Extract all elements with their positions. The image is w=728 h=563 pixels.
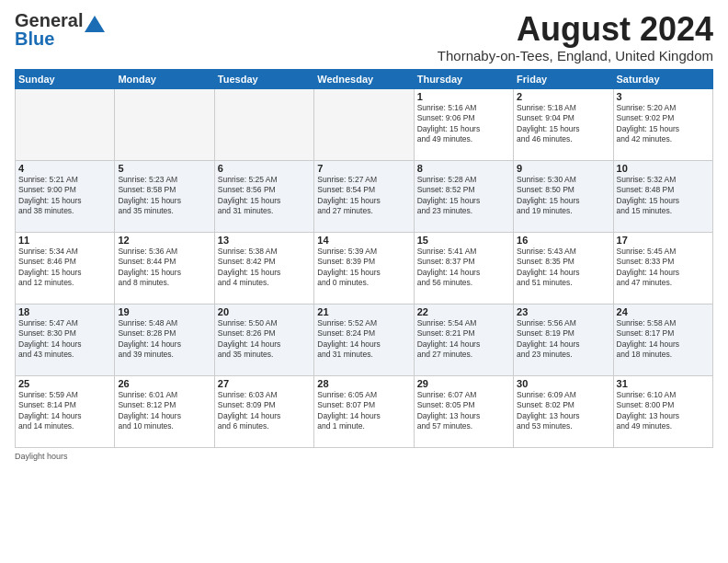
day-info: Sunrise: 5:18 AM Sunset: 9:04 PM Dayligh… [517, 103, 609, 145]
day-info: Sunrise: 5:21 AM Sunset: 9:00 PM Dayligh… [18, 175, 111, 217]
day-info: Sunrise: 5:43 AM Sunset: 8:35 PM Dayligh… [517, 247, 609, 289]
header-saturday: Saturday [613, 69, 712, 88]
day-number: 31 [617, 378, 710, 389]
day-info: Sunrise: 5:41 AM Sunset: 8:37 PM Dayligh… [417, 247, 510, 289]
day-info: Sunrise: 6:09 AM Sunset: 8:02 PM Dayligh… [517, 390, 609, 432]
day-info: Sunrise: 5:45 AM Sunset: 8:33 PM Dayligh… [617, 247, 710, 289]
day-number: 2 [517, 91, 609, 102]
table-row [115, 88, 214, 160]
day-info: Sunrise: 6:01 AM Sunset: 8:12 PM Dayligh… [118, 390, 210, 432]
table-row: 7Sunrise: 5:27 AM Sunset: 8:54 PM Daylig… [314, 160, 414, 232]
day-number: 1 [417, 91, 510, 102]
svg-marker-0 [85, 16, 105, 32]
day-number: 7 [317, 163, 410, 174]
day-info: Sunrise: 5:28 AM Sunset: 8:52 PM Dayligh… [417, 175, 510, 217]
day-info: Sunrise: 5:38 AM Sunset: 8:42 PM Dayligh… [218, 247, 311, 289]
day-info: Sunrise: 5:58 AM Sunset: 8:17 PM Dayligh… [617, 318, 710, 361]
day-number: 21 [317, 306, 410, 317]
day-number: 24 [617, 306, 710, 317]
logo-general: General [15, 11, 83, 29]
day-number: 25 [18, 378, 111, 389]
table-row: 25Sunrise: 5:59 AM Sunset: 8:14 PM Dayli… [16, 375, 115, 447]
table-row: 16Sunrise: 5:43 AM Sunset: 8:35 PM Dayli… [514, 232, 613, 304]
title-block: August 2024 Thornaby-on-Tees, England, U… [438, 11, 713, 63]
table-row: 31Sunrise: 6:10 AM Sunset: 8:00 PM Dayli… [613, 375, 712, 447]
day-number: 4 [18, 163, 111, 174]
day-number: 15 [417, 235, 510, 246]
day-number: 29 [417, 378, 510, 389]
day-number: 16 [517, 235, 609, 246]
table-row [314, 88, 414, 160]
table-row: 27Sunrise: 6:03 AM Sunset: 8:09 PM Dayli… [214, 375, 313, 447]
day-number: 13 [218, 235, 311, 246]
day-number: 9 [517, 163, 609, 174]
day-info: Sunrise: 5:20 AM Sunset: 9:02 PM Dayligh… [617, 103, 710, 145]
day-info: Sunrise: 6:10 AM Sunset: 8:00 PM Dayligh… [617, 390, 710, 432]
header-monday: Monday [115, 69, 214, 88]
table-row: 3Sunrise: 5:20 AM Sunset: 9:02 PM Daylig… [613, 88, 712, 160]
day-info: Sunrise: 6:07 AM Sunset: 8:05 PM Dayligh… [417, 390, 510, 432]
weekday-header-row: Sunday Monday Tuesday Wednesday Thursday… [16, 69, 713, 88]
header-sunday: Sunday [16, 69, 115, 88]
day-info: Sunrise: 6:03 AM Sunset: 8:09 PM Dayligh… [218, 390, 311, 432]
month-year-title: August 2024 [438, 11, 713, 48]
calendar-week-3: 11Sunrise: 5:34 AM Sunset: 8:46 PM Dayli… [16, 232, 713, 304]
table-row: 15Sunrise: 5:41 AM Sunset: 8:37 PM Dayli… [414, 232, 513, 304]
page-header: General Blue August 2024 Thornaby-on-Tee… [15, 11, 713, 63]
table-row [16, 88, 115, 160]
table-row: 30Sunrise: 6:09 AM Sunset: 8:02 PM Dayli… [514, 375, 613, 447]
day-number: 18 [18, 306, 111, 317]
daylight-label: Daylight hours [15, 452, 68, 461]
day-info: Sunrise: 5:27 AM Sunset: 8:54 PM Dayligh… [317, 175, 410, 217]
table-row: 21Sunrise: 5:52 AM Sunset: 8:24 PM Dayli… [314, 304, 414, 375]
day-number: 22 [417, 306, 510, 317]
calendar-table: Sunday Monday Tuesday Wednesday Thursday… [15, 69, 713, 448]
header-thursday: Thursday [414, 69, 513, 88]
header-tuesday: Tuesday [214, 69, 313, 88]
calendar-week-4: 18Sunrise: 5:47 AM Sunset: 8:30 PM Dayli… [16, 304, 713, 375]
day-info: Sunrise: 5:56 AM Sunset: 8:19 PM Dayligh… [517, 318, 609, 361]
table-row [214, 88, 313, 160]
day-number: 12 [118, 235, 210, 246]
table-row: 8Sunrise: 5:28 AM Sunset: 8:52 PM Daylig… [414, 160, 513, 232]
table-row: 20Sunrise: 5:50 AM Sunset: 8:26 PM Dayli… [214, 304, 313, 375]
day-number: 5 [118, 163, 210, 174]
table-row: 4Sunrise: 5:21 AM Sunset: 9:00 PM Daylig… [16, 160, 115, 232]
location-subtitle: Thornaby-on-Tees, England, United Kingdo… [438, 48, 713, 63]
day-number: 11 [18, 235, 111, 246]
table-row: 6Sunrise: 5:25 AM Sunset: 8:56 PM Daylig… [214, 160, 313, 232]
day-number: 23 [517, 306, 609, 317]
table-row: 1Sunrise: 5:16 AM Sunset: 9:06 PM Daylig… [414, 88, 513, 160]
day-number: 28 [317, 378, 410, 389]
day-number: 14 [317, 235, 410, 246]
day-info: Sunrise: 5:39 AM Sunset: 8:39 PM Dayligh… [317, 247, 410, 289]
day-info: Sunrise: 5:54 AM Sunset: 8:21 PM Dayligh… [417, 318, 510, 361]
table-row: 14Sunrise: 5:39 AM Sunset: 8:39 PM Dayli… [314, 232, 414, 304]
header-wednesday: Wednesday [314, 69, 414, 88]
day-info: Sunrise: 5:52 AM Sunset: 8:24 PM Dayligh… [317, 318, 410, 361]
logo-blue: Blue [15, 29, 83, 48]
day-number: 30 [517, 378, 609, 389]
table-row: 29Sunrise: 6:07 AM Sunset: 8:05 PM Dayli… [414, 375, 513, 447]
day-number: 26 [118, 378, 210, 389]
table-row: 13Sunrise: 5:38 AM Sunset: 8:42 PM Dayli… [214, 232, 313, 304]
day-info: Sunrise: 5:30 AM Sunset: 8:50 PM Dayligh… [517, 175, 609, 217]
footer: Daylight hours [15, 452, 713, 461]
day-info: Sunrise: 5:36 AM Sunset: 8:44 PM Dayligh… [118, 247, 210, 289]
table-row: 10Sunrise: 5:32 AM Sunset: 8:48 PM Dayli… [613, 160, 712, 232]
table-row: 22Sunrise: 5:54 AM Sunset: 8:21 PM Dayli… [414, 304, 513, 375]
table-row: 19Sunrise: 5:48 AM Sunset: 8:28 PM Dayli… [115, 304, 214, 375]
day-info: Sunrise: 5:25 AM Sunset: 8:56 PM Dayligh… [218, 175, 311, 217]
table-row: 26Sunrise: 6:01 AM Sunset: 8:12 PM Dayli… [115, 375, 214, 447]
table-row: 5Sunrise: 5:23 AM Sunset: 8:58 PM Daylig… [115, 160, 214, 232]
calendar-week-5: 25Sunrise: 5:59 AM Sunset: 8:14 PM Dayli… [16, 375, 713, 447]
day-number: 19 [118, 306, 210, 317]
day-number: 3 [617, 91, 710, 102]
day-number: 27 [218, 378, 311, 389]
logo: General Blue [15, 11, 105, 48]
table-row: 12Sunrise: 5:36 AM Sunset: 8:44 PM Dayli… [115, 232, 214, 304]
table-row: 17Sunrise: 5:45 AM Sunset: 8:33 PM Dayli… [613, 232, 712, 304]
table-row: 9Sunrise: 5:30 AM Sunset: 8:50 PM Daylig… [514, 160, 613, 232]
day-info: Sunrise: 5:47 AM Sunset: 8:30 PM Dayligh… [18, 318, 111, 361]
day-number: 6 [218, 163, 311, 174]
